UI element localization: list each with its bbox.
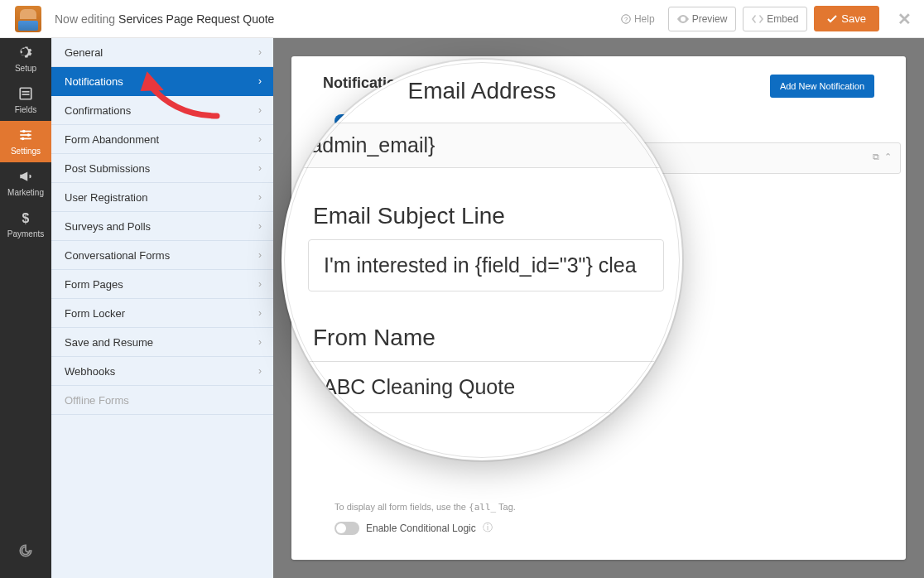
settings-sidebar: General› Notifications› Confirmations› F… <box>51 38 273 578</box>
save-label: Save <box>841 12 866 25</box>
nav-settings[interactable]: Settings <box>0 121 51 162</box>
sidebar-item-label: Conversational Forms <box>65 249 170 262</box>
sidebar-item-label: Notifications <box>65 75 123 88</box>
preview-label: Preview <box>692 13 728 25</box>
sidebar-item-conversational-forms[interactable]: Conversational Forms› <box>51 241 273 270</box>
sidebar-item-general[interactable]: General› <box>51 38 273 67</box>
help-link[interactable]: ? Help <box>614 13 662 25</box>
expand-icon[interactable]: ⌃ <box>884 152 892 162</box>
svg-point-10 <box>22 137 25 141</box>
conditional-logic-toggle[interactable] <box>334 522 359 535</box>
top-bar: Now editing Services Page Request Quote … <box>0 0 924 38</box>
embed-button[interactable]: Embed <box>743 7 807 31</box>
nav-marketing[interactable]: Marketing <box>0 162 51 204</box>
sidebar-item-form-abandonment[interactable]: Form Abandonment› <box>51 125 273 154</box>
chevron-right-icon: › <box>258 365 262 377</box>
svg-rect-2 <box>20 88 31 99</box>
sidebar-item-label: User Registration <box>65 191 147 204</box>
chevron-right-icon: › <box>258 220 262 232</box>
sidebar-item-surveys-polls[interactable]: Surveys and Polls› <box>51 212 273 241</box>
eye-icon <box>677 15 689 23</box>
email-subject-label: Email Subject Line <box>313 203 662 229</box>
from-name-input-zoom[interactable]: ABC Cleaning Quote <box>308 361 664 413</box>
nav-label: Setup <box>15 64 36 73</box>
magnifier-zoom: Email Address {admin_email} ⧉ ⌃ Email Su… <box>282 60 682 460</box>
copy-icon[interactable]: ⧉ <box>873 152 879 162</box>
hint-tag: {all_ <box>469 502 496 513</box>
bullhorn-icon <box>18 169 33 185</box>
hint-prefix: To display all form fields, use the <box>334 502 469 512</box>
sidebar-item-save-resume[interactable]: Save and Resume› <box>51 328 273 357</box>
sidebar-item-post-submissions[interactable]: Post Submissions› <box>51 154 273 183</box>
editing-prefix: Now editing <box>55 12 115 26</box>
editing-label: Now editing Services Page Request Quote <box>55 12 274 26</box>
sidebar-item-label: Form Abandonment <box>65 133 159 146</box>
sidebar-item-webhooks[interactable]: Webhooks› <box>51 357 273 386</box>
email-address-label: Email Address <box>408 78 556 104</box>
sidebar-item-label: Post Submissions <box>65 162 150 175</box>
email-subject-input-zoom[interactable]: I'm interested in {field_id="3"} clea <box>308 239 664 291</box>
sidebar-item-label: Save and Resume <box>65 336 153 349</box>
chevron-right-icon: › <box>258 75 262 87</box>
sidebar-item-label: General <box>65 46 103 59</box>
sidebar-item-label: Surveys and Polls <box>65 220 151 233</box>
chevron-right-icon: › <box>258 46 262 58</box>
field-value: ABC Cleaning Quote <box>323 375 515 398</box>
nav-label: Settings <box>11 147 41 156</box>
history-icon <box>18 543 33 561</box>
embed-label: Embed <box>767 13 798 25</box>
add-notification-button[interactable]: Add New Notification <box>770 75 874 98</box>
help-icon[interactable]: ⓘ <box>483 521 493 535</box>
check-icon <box>827 15 837 23</box>
nav-label: Payments <box>7 229 44 238</box>
nav-payments[interactable]: $ Payments <box>0 204 51 245</box>
chevron-right-icon: › <box>258 336 262 348</box>
sidebar-item-label: Confirmations <box>65 104 131 117</box>
sidebar-item-label: Form Locker <box>65 307 125 320</box>
chevron-right-icon: › <box>258 104 262 116</box>
close-icon: ✕ <box>898 10 912 28</box>
svg-point-8 <box>27 133 31 137</box>
sidebar-item-confirmations[interactable]: Confirmations› <box>51 96 273 125</box>
help-icon: ? <box>621 14 631 24</box>
form-name: Services Page Request Quote <box>118 12 274 26</box>
dollar-icon: $ <box>18 210 33 227</box>
gear-icon <box>18 45 33 61</box>
chevron-right-icon: › <box>258 278 262 290</box>
nav-setup[interactable]: Setup <box>0 38 51 79</box>
chevron-right-icon: › <box>258 307 262 319</box>
field-value: I'm interested in {field_id="3"} clea <box>324 253 637 277</box>
nav-label: Marketing <box>7 188 44 197</box>
chevron-right-icon: › <box>258 162 262 174</box>
sidebar-item-offline-forms[interactable]: Offline Forms <box>51 386 273 415</box>
sidebar-item-label: Webhooks <box>65 365 115 378</box>
chevron-right-icon: › <box>258 249 262 261</box>
nav-history[interactable] <box>0 533 51 570</box>
close-button[interactable]: ✕ <box>898 9 912 29</box>
sliders-icon <box>18 128 33 144</box>
sidebar-item-notifications[interactable]: Notifications› <box>51 67 273 96</box>
sidebar-item-user-registration[interactable]: User Registration› <box>51 183 273 212</box>
sidebar-item-form-locker[interactable]: Form Locker› <box>51 299 273 328</box>
sidebar-item-form-pages[interactable]: Form Pages› <box>51 270 273 299</box>
hint-suffix: Tag. <box>498 502 516 512</box>
hints: To display all form fields, use the {all… <box>334 502 516 535</box>
sidebar-item-label: Offline Forms <box>65 394 129 407</box>
chevron-right-icon: › <box>258 191 262 203</box>
help-label: Help <box>634 13 655 25</box>
svg-text:$: $ <box>22 211 30 225</box>
app-logo <box>15 6 41 32</box>
left-nav: Setup Fields Settings Marketing $ Paymen… <box>0 38 51 578</box>
field-value: {admin_email} <box>304 133 435 157</box>
send-to-email-input-zoom[interactable]: {admin_email} ⧉ ⌃ <box>288 123 677 168</box>
sidebar-item-label: Form Pages <box>65 278 123 291</box>
form-icon <box>18 86 33 103</box>
save-button[interactable]: Save <box>814 6 879 31</box>
code-icon <box>752 15 763 23</box>
nav-label: Fields <box>15 105 37 114</box>
svg-text:?: ? <box>624 16 628 23</box>
preview-button[interactable]: Preview <box>668 7 737 31</box>
nav-fields[interactable]: Fields <box>0 79 51 121</box>
from-name-label: From Name <box>313 325 662 351</box>
svg-point-6 <box>22 130 26 133</box>
